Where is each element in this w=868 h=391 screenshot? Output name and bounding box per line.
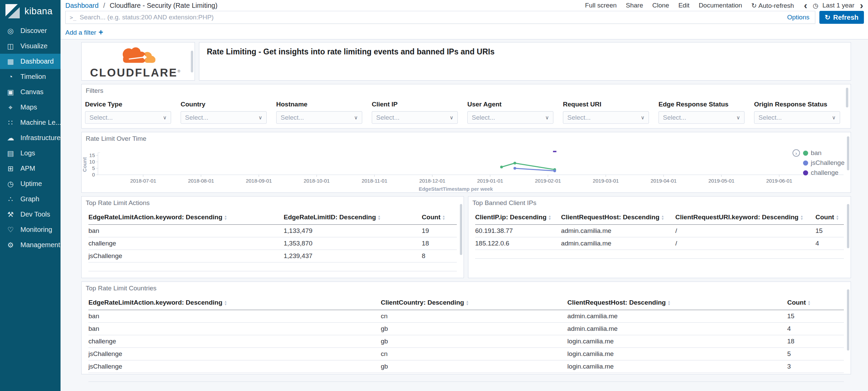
cell: challenge xyxy=(88,335,381,348)
menu-item-documentation[interactable]: Documentation xyxy=(699,2,742,9)
panel-title: Filters xyxy=(86,87,103,95)
filter-select[interactable]: Select...∨ xyxy=(181,111,267,124)
sidebar-item-canvas[interactable]: ▣Canvas xyxy=(0,84,61,100)
menu-item-edit[interactable]: Edit xyxy=(678,2,689,9)
top-banned-client-ips-panel: Top Banned Client IPs ClientIP.ip: Desce… xyxy=(468,196,851,278)
sidebar-item-graph[interactable]: ∴Graph xyxy=(0,191,61,207)
time-range-picker[interactable]: ◷ Last 1 year xyxy=(813,2,854,10)
menu-item-share[interactable]: Share xyxy=(626,2,643,9)
sidebar-item-dashboard[interactable]: ▦Dashboard xyxy=(0,54,61,69)
sidebar-nav: ◎Discover◫Visualize▦Dashboard◔Timelion▣C… xyxy=(0,22,61,253)
legend-toggle-icon[interactable]: › xyxy=(792,149,800,157)
cell: 18 xyxy=(787,335,844,348)
cell: gb xyxy=(381,335,568,348)
filter-field-label: Client IP xyxy=(372,101,458,108)
column-header[interactable]: ClientRequestHost: Descending▴▾ xyxy=(567,296,787,310)
search-box: >_ Options xyxy=(65,11,815,24)
registered-mark: ® xyxy=(178,69,181,73)
canvas-icon: ▣ xyxy=(6,88,15,96)
sidebar-item-label: Uptime xyxy=(20,180,42,188)
svg-text:15: 15 xyxy=(89,152,95,158)
breadcrumb-dashboard-link[interactable]: Dashboard xyxy=(65,2,99,9)
sort-icon: ▴▾ xyxy=(466,300,468,306)
cell: 19 xyxy=(422,225,457,237)
legend-color-dot xyxy=(803,160,808,166)
svg-text:2019-03-01: 2019-03-01 xyxy=(593,178,619,184)
cell: 185.122.0.6 xyxy=(475,237,561,250)
cell: 15 xyxy=(816,225,844,237)
column-header[interactable]: EdgeRateLimitAction.keyword: Descending▴… xyxy=(88,211,284,225)
kibana-logo-row[interactable]: kibana xyxy=(0,0,61,22)
menu-item-full-screen[interactable]: Full screen xyxy=(585,2,617,9)
filter-select[interactable]: Select...∨ xyxy=(754,111,840,124)
sidebar-item-logs[interactable]: ▤Logs xyxy=(0,146,61,161)
panel-scrollbar[interactable] xyxy=(847,204,849,248)
cell xyxy=(284,262,422,271)
panel-scrollbar[interactable] xyxy=(847,136,849,170)
filter-select[interactable]: Select...∨ xyxy=(276,111,362,124)
previous-time-range-button[interactable]: ‹ xyxy=(803,2,808,9)
column-header[interactable]: Count▴▾ xyxy=(787,296,844,310)
query-options-link[interactable]: Options xyxy=(782,14,815,21)
sort-icon: ▴▾ xyxy=(662,215,664,220)
svg-text:2018-07-01: 2018-07-01 xyxy=(130,178,156,184)
filter-select[interactable]: Select...∨ xyxy=(658,111,745,124)
sidebar-item-label: Infrastructure xyxy=(20,134,61,142)
table-row: 185.122.0.6admin.camilia.me/4 xyxy=(475,237,844,250)
menu-item-clone[interactable]: Clone xyxy=(652,2,669,9)
sidebar-item-management[interactable]: ⚙Management xyxy=(0,237,61,253)
panel-scrollbar[interactable] xyxy=(191,51,193,72)
sidebar-item-uptime[interactable]: ◷Uptime xyxy=(0,176,61,191)
column-header[interactable]: Count▴▾ xyxy=(422,211,457,225)
panel-scrollbar[interactable] xyxy=(847,289,849,351)
svg-text:2018-11-01: 2018-11-01 xyxy=(362,178,387,184)
cell: jsChallenge xyxy=(88,360,381,373)
cell: ban xyxy=(88,323,381,335)
search-input[interactable] xyxy=(80,14,782,21)
column-header[interactable]: ClientRequestHost: Descending▴▾ xyxy=(561,211,675,225)
filter-select[interactable]: Select...∨ xyxy=(563,111,649,124)
svg-text:2019-04-01: 2019-04-01 xyxy=(651,178,677,184)
sidebar-item-machine-learning[interactable]: ∷Machine Le... xyxy=(0,115,61,130)
cell xyxy=(475,250,561,259)
rate-limit-chart: 0510152018-07-012018-08-012018-09-012018… xyxy=(82,132,851,192)
maps-icon: ⌖ xyxy=(6,103,15,112)
kibana-logo-icon xyxy=(5,4,20,18)
sidebar-item-maps[interactable]: ⌖Maps xyxy=(0,100,61,115)
filter-select[interactable]: Select...∨ xyxy=(85,111,171,124)
legend-item-jsChallenge[interactable]: jsChallenge xyxy=(803,159,845,167)
sidebar-item-discover[interactable]: ◎Discover xyxy=(0,23,61,38)
sidebar-item-dev-tools[interactable]: ⚒Dev Tools xyxy=(0,207,61,222)
add-filter-button[interactable]: Add a filter + xyxy=(65,28,103,37)
filter-select[interactable]: Select...∨ xyxy=(467,111,553,124)
panel-scrollbar[interactable] xyxy=(846,88,848,107)
legend-label: ban xyxy=(811,149,822,157)
column-header[interactable]: Count▴▾ xyxy=(816,211,844,225)
column-header[interactable]: ClientRequestURI.keyword: Descending▴▾ xyxy=(675,211,816,225)
cell: 4 xyxy=(787,323,844,335)
next-time-range-button[interactable]: › xyxy=(859,2,864,9)
column-header[interactable]: EdgeRateLimitAction.keyword: Descending▴… xyxy=(88,296,381,310)
sidebar-item-apm[interactable]: ⊞APM xyxy=(0,161,61,176)
cell: cn xyxy=(381,310,568,323)
column-header[interactable]: ClientCountry: Descending▴▾ xyxy=(381,296,568,310)
refresh-cycle-icon: ↻ xyxy=(751,2,757,9)
legend-item-ban[interactable]: ban xyxy=(803,149,845,157)
sidebar-item-monitoring[interactable]: ♡Monitoring xyxy=(0,222,61,237)
panel-scrollbar[interactable] xyxy=(460,204,462,255)
sidebar-item-infrastructure[interactable]: ☁Infrastructure xyxy=(0,130,61,146)
select-placeholder: Select... xyxy=(758,114,782,121)
auto-refresh-button[interactable]: ↻Auto-refresh xyxy=(751,2,794,10)
column-header[interactable]: EdgeRateLimitID: Descending▴▾ xyxy=(284,211,422,225)
sidebar-item-visualize[interactable]: ◫Visualize xyxy=(0,38,61,54)
column-header[interactable]: ClientIP.ip: Descending▴▾ xyxy=(475,211,561,225)
dashboard-icon: ▦ xyxy=(6,57,15,66)
cell: admin.camilia.me xyxy=(567,310,787,323)
sidebar-item-timelion[interactable]: ◔Timelion xyxy=(0,69,61,84)
filter-field-edge-response-status: Edge Response StatusSelect...∨ xyxy=(658,101,745,124)
filter-select[interactable]: Select...∨ xyxy=(372,111,458,124)
cell: 1,133,479 xyxy=(284,225,422,237)
legend-item-challenge[interactable]: challenge xyxy=(803,169,845,176)
refresh-button[interactable]: ↻ Refresh xyxy=(819,11,864,24)
table-spacer-row xyxy=(88,262,457,271)
